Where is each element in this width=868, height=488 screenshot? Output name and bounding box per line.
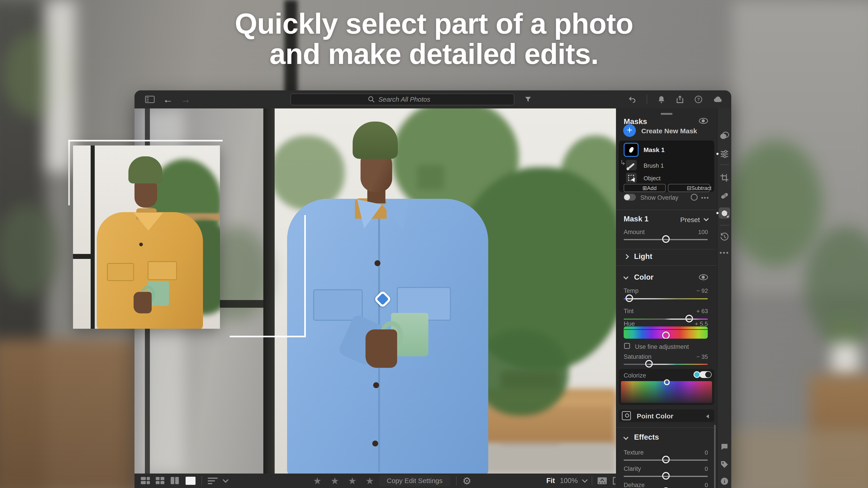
hue-slider-thumb[interactable] — [662, 331, 670, 339]
saturation-slider[interactable] — [624, 364, 708, 365]
comments-icon[interactable] — [717, 442, 731, 451]
sort-icon[interactable] — [208, 478, 218, 484]
create-new-mask-button[interactable]: + — [623, 124, 636, 137]
colorize-card: Colorize — [619, 369, 714, 405]
point-color-card[interactable]: Point Color — [619, 410, 714, 422]
share-icon[interactable] — [676, 95, 684, 104]
info-icon[interactable]: i — [717, 477, 731, 486]
presets-icon[interactable] — [717, 131, 731, 140]
view-masonry-icon[interactable] — [141, 477, 150, 485]
indent-arrow-icon: ↳ — [620, 159, 626, 166]
colorize-field-selector[interactable] — [664, 379, 670, 385]
fine-adjustment-label: Use fine adjustment — [635, 344, 689, 350]
tint-slider[interactable] — [624, 319, 708, 320]
hero-headline: Quickly select part of a photo and make … — [0, 8, 868, 69]
filmstrip-toggle-icon[interactable] — [597, 477, 607, 485]
mask1-thumbnail[interactable] — [624, 143, 639, 157]
window-frame-bar — [91, 145, 95, 329]
texture-slider[interactable] — [624, 459, 708, 461]
search-input[interactable] — [378, 96, 437, 103]
temp-slider-thumb[interactable] — [625, 294, 633, 302]
colorize-color-field[interactable] — [621, 381, 712, 403]
brush-thumbnail[interactable] — [626, 160, 637, 170]
panel-scrollbar[interactable] — [714, 425, 716, 488]
window-frame-bar — [264, 108, 275, 474]
search-bar[interactable] — [290, 94, 514, 105]
effects-section-header[interactable]: Effects — [634, 433, 659, 442]
svg-text:i: i — [724, 479, 725, 484]
masking-icon[interactable] — [717, 209, 731, 218]
copy-edit-settings-button[interactable]: Copy Edit Settings — [379, 475, 450, 486]
clarity-slider-thumb[interactable] — [662, 472, 670, 480]
decor-frame-top — [68, 140, 223, 141]
view-columns-icon[interactable] — [170, 477, 180, 485]
light-chevron-icon[interactable] — [624, 254, 629, 259]
history-icon[interactable] — [717, 232, 731, 242]
dehaze-value: 0 — [705, 482, 708, 488]
show-overlay-toggle[interactable] — [624, 194, 636, 201]
fit-button[interactable]: Fit — [546, 477, 555, 485]
color-chevron-icon[interactable] — [623, 274, 629, 280]
masks-visibility-eye-icon[interactable] — [699, 118, 708, 124]
filter-icon[interactable] — [522, 90, 534, 108]
preset-dropdown[interactable]: Preset — [680, 216, 700, 224]
hand — [133, 292, 152, 313]
light-section-header[interactable]: Light — [634, 252, 652, 261]
preset-chevron-icon[interactable] — [704, 216, 709, 221]
panel-toggle-icon[interactable] — [144, 90, 156, 108]
undo-icon[interactable] — [628, 95, 637, 103]
chevron-down-icon[interactable] — [223, 477, 228, 483]
hand — [366, 329, 397, 368]
decor-frame-right — [304, 215, 306, 337]
amount-slider[interactable] — [624, 239, 708, 240]
object-thumbnail[interactable] — [626, 173, 637, 183]
keywords-tag-icon[interactable] — [717, 460, 731, 469]
add-mask-button[interactable]: ⊞ Add — [624, 184, 666, 192]
settings-gear-icon[interactable]: ⚙ — [463, 475, 471, 487]
clarity-slider[interactable] — [624, 476, 708, 477]
notifications-bell-icon[interactable] — [657, 95, 666, 104]
crop-icon[interactable] — [717, 173, 731, 183]
cloud-sync-icon[interactable] — [713, 95, 723, 104]
effects-chevron-icon[interactable] — [623, 435, 629, 440]
saturation-slider-thumb[interactable] — [645, 360, 653, 367]
texture-slider-thumb[interactable] — [662, 456, 670, 463]
overlay-more-icon[interactable]: ••• — [701, 194, 709, 201]
tint-value: + 63 — [696, 308, 708, 315]
bottom-toolbar: ★ ★ ★ ★ ★ Copy Edit Settings ⚙ Fit 100% — [134, 474, 616, 488]
clarity-value: 0 — [705, 465, 708, 473]
tint-label: Tint — [624, 308, 633, 315]
svg-text:?: ? — [697, 97, 700, 102]
point-color-expand-icon[interactable] — [706, 414, 709, 418]
mask1-label[interactable]: Mask 1 — [644, 147, 664, 154]
tint-slider-thumb[interactable] — [685, 315, 693, 322]
create-new-mask-label[interactable]: Create New Mask — [641, 127, 697, 135]
back-arrow-icon[interactable]: ← — [161, 90, 175, 108]
help-icon[interactable]: ? — [694, 95, 703, 104]
colorize-toggle[interactable] — [700, 371, 712, 378]
texture-value: 0 — [705, 449, 708, 456]
color-visibility-eye-icon[interactable] — [699, 274, 708, 280]
add-label: Add — [647, 184, 657, 192]
view-grid-icon[interactable] — [156, 477, 165, 485]
healing-icon[interactable] — [717, 191, 731, 201]
zoom-level[interactable]: 100% — [560, 477, 578, 485]
subtract-mask-button[interactable]: ⊟ Subtract — [668, 184, 710, 192]
temp-slider[interactable] — [624, 298, 708, 299]
view-detail-icon[interactable] — [186, 477, 195, 485]
edit-sliders-icon[interactable] — [717, 149, 731, 159]
fine-adjustment-checkbox[interactable] — [624, 343, 630, 349]
point-color-label: Point Color — [637, 412, 673, 420]
more-tools-icon[interactable]: ••• — [717, 249, 731, 257]
color-section-header[interactable]: Color — [634, 273, 653, 282]
amount-slider-thumb[interactable] — [662, 235, 670, 243]
decor-frame-bottom — [230, 336, 306, 337]
amount-value: 100 — [698, 229, 708, 236]
zoom-chevron-icon[interactable] — [582, 477, 587, 483]
brush-label[interactable]: Brush 1 — [644, 162, 664, 169]
toolbar-divider — [647, 95, 647, 104]
overlay-color-circle-icon[interactable] — [691, 194, 698, 201]
hue-slider[interactable] — [624, 326, 708, 339]
panel-drag-handle[interactable] — [661, 113, 673, 115]
object-label[interactable]: Object — [644, 175, 660, 182]
